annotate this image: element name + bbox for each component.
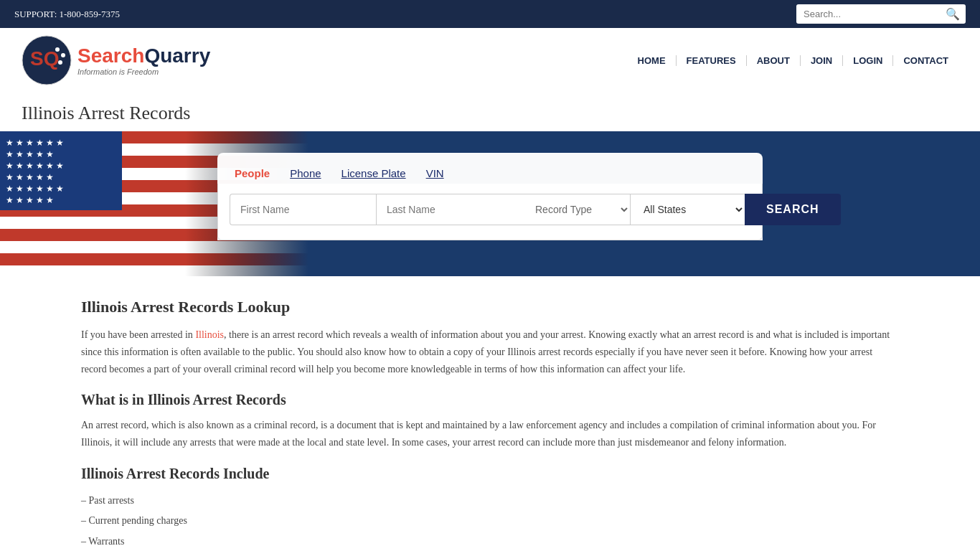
records-include-list: – Past arrests – Current pending charges… xyxy=(81,491,899,551)
nav-login[interactable]: LOGIN xyxy=(843,55,893,66)
nav-join[interactable]: JOIN xyxy=(801,55,843,66)
firstname-input[interactable] xyxy=(230,194,376,225)
logo-brand: SearchQuarry xyxy=(77,44,210,67)
section2-heading: What is in Illinois Arrest Records xyxy=(81,392,899,408)
section2-body: An arrest record, which is also known as… xyxy=(81,417,899,451)
list-item-past-arrests: – Past arrests xyxy=(81,491,899,511)
search-tabs: People Phone License Plate VIN xyxy=(217,153,763,184)
search-form: Record Type Arrest Records Criminal Reco… xyxy=(217,184,763,240)
tab-license-plate[interactable]: License Plate xyxy=(339,163,409,184)
lastname-input[interactable] xyxy=(376,194,522,225)
tab-phone[interactable]: Phone xyxy=(287,163,324,184)
svg-text:SQ: SQ xyxy=(30,47,59,70)
tab-vin[interactable]: VIN xyxy=(423,163,447,184)
illinois-link[interactable]: Illinois xyxy=(195,329,224,340)
logo-text: SearchQuarry Information is Freedom xyxy=(77,44,210,76)
nav-home[interactable]: HOME xyxy=(628,55,677,66)
section3-heading: Illinois Arrest Records Include xyxy=(81,466,899,482)
logo-icon: SQ xyxy=(22,35,72,85)
record-type-select[interactable]: Record Type Arrest Records Criminal Reco… xyxy=(522,194,630,225)
header: SQ SearchQuarry Information is Freedom H… xyxy=(0,28,980,93)
search-panel: People Phone License Plate VIN Record Ty… xyxy=(217,153,763,240)
list-item-pending-charges: – Current pending charges xyxy=(81,511,899,531)
page-title: Illinois Arrest Records xyxy=(22,103,958,124)
logo-area: SQ SearchQuarry Information is Freedom xyxy=(22,35,210,85)
svg-point-4 xyxy=(58,60,62,65)
svg-point-3 xyxy=(61,53,65,57)
page-title-bar: Illinois Arrest Records xyxy=(0,93,980,131)
top-search-input[interactable] xyxy=(796,6,940,22)
nav-contact[interactable]: CONTACT xyxy=(893,55,958,66)
support-phone: SUPPORT: 1-800-859-7375 xyxy=(14,9,120,20)
nav-features[interactable]: FEATURES xyxy=(677,55,747,66)
hero-banner: ★ ★ ★ ★ ★ ★ ★ ★ ★ ★ ★ ★ ★ ★ ★ ★ ★ ★ ★ ★ … xyxy=(0,131,980,276)
main-nav: HOME FEATURES ABOUT JOIN LOGIN CONTACT xyxy=(628,55,958,66)
list-item-warrants: – Warrants xyxy=(81,532,899,551)
top-search-form: 🔍 xyxy=(796,4,966,24)
logo-tagline: Information is Freedom xyxy=(77,67,210,76)
section1-heading: Illinois Arrest Records Lookup xyxy=(81,298,899,316)
states-select[interactable]: All States Illinois California New York … xyxy=(630,194,745,225)
section1-body: If you have been arrested in Illinois, t… xyxy=(81,326,899,377)
top-search-button[interactable]: 🔍 xyxy=(940,4,966,24)
main-content: Illinois Arrest Records Lookup If you ha… xyxy=(60,276,920,551)
svg-point-2 xyxy=(55,47,60,52)
tab-people[interactable]: People xyxy=(232,163,273,184)
nav-about[interactable]: ABOUT xyxy=(747,55,801,66)
search-button[interactable]: SEARCH xyxy=(745,194,841,225)
top-bar: SUPPORT: 1-800-859-7375 🔍 xyxy=(0,0,980,28)
